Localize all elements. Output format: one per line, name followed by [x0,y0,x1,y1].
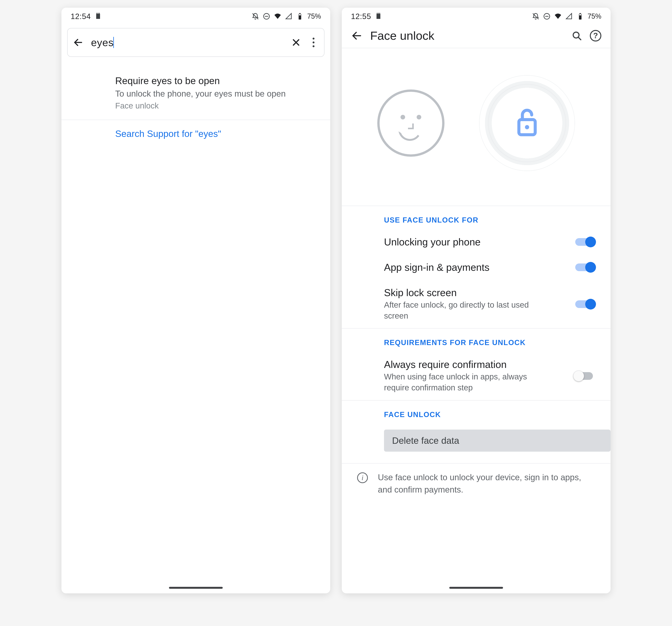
svg-rect-0 [96,14,100,19]
back-icon[interactable] [73,37,83,48]
svg-rect-21 [580,13,581,14]
delete-face-data-button[interactable]: Delete face data [384,430,610,452]
info-text: Use face unlock to unlock your device, s… [378,471,595,496]
back-icon[interactable] [351,30,362,42]
cell-signal-icon [565,13,573,20]
unlock-ring-icon [479,75,575,171]
phone-face-unlock-settings: 12:55 75% [342,8,610,593]
overflow-menu-icon[interactable] [308,37,319,48]
app-bar: Face unlock ? [342,25,610,48]
section-heading-face-unlock: FACE UNLOCK [342,401,610,424]
status-clock: 12:54 [71,12,91,21]
svg-rect-22 [579,14,581,15]
setting-description: When using face unlock in apps, always r… [384,371,542,393]
svg-rect-8 [299,13,301,14]
wifi-icon [554,13,562,20]
result-subtitle: To unlock the phone, your eyes must be o… [115,88,319,99]
dnd-off-icon [532,13,539,20]
svg-rect-2 [98,13,98,14]
svg-rect-15 [378,13,379,14]
face-unlock-hero [342,48,610,206]
toggle-unlocking-phone[interactable] [574,238,595,246]
info-footer: i Use face unlock to unlock your device,… [342,463,610,496]
toggle-skip-lock-screen[interactable] [574,300,595,308]
battery-icon [296,13,304,20]
page-title: Face unlock [370,29,564,43]
setting-skip-lock-screen[interactable]: Skip lock screen After face unlock, go d… [342,280,610,328]
svg-line-25 [578,37,581,40]
face-icon [377,90,445,157]
svg-point-27 [525,125,529,129]
phone-search-settings: 12:54 75% [62,8,330,593]
search-input[interactable]: eyes [91,37,284,48]
setting-require-confirmation[interactable]: Always require confirmation When using f… [342,352,610,400]
status-clock: 12:55 [351,12,371,21]
result-title: Require eyes to be open [115,75,319,87]
setting-label: Skip lock screen [384,287,570,298]
svg-rect-9 [299,14,301,15]
setting-app-signin[interactable]: App sign-in & payments [342,255,610,280]
svg-rect-26 [519,120,535,135]
do-not-disturb-icon [263,13,270,20]
battery-percent: 75% [587,12,601,20]
svg-rect-3 [99,13,100,14]
toggle-app-signin[interactable] [574,263,595,271]
battery-percent: 75% [307,12,321,20]
setting-unlocking-phone[interactable]: Unlocking your phone [342,229,610,255]
section-heading-use-for: USE FACE UNLOCK FOR [342,206,610,229]
help-icon[interactable]: ? [590,30,601,42]
setting-label: Always require confirmation [384,359,570,370]
result-category: Face unlock [115,101,319,111]
setting-description: After face unlock, go directly to last u… [384,299,542,321]
svg-rect-14 [377,13,378,14]
setting-label: Unlocking your phone [384,236,570,248]
search-result[interactable]: Require eyes to be open To unlock the ph… [62,68,330,120]
search-value: eyes [91,37,114,48]
search-icon[interactable] [571,30,582,41]
cell-signal-icon [285,13,293,20]
svg-rect-13 [377,14,380,19]
svg-rect-1 [97,13,97,14]
gesture-nav-handle[interactable] [449,587,503,589]
section-heading-requirements: REQUIREMENTS FOR FACE UNLOCK [342,329,610,352]
wifi-icon [274,13,282,20]
app-badge-icon [94,13,102,20]
gesture-nav-handle[interactable] [169,587,223,589]
info-icon: i [357,473,368,483]
do-not-disturb-icon [543,13,551,20]
app-badge-icon [375,13,382,20]
search-bar[interactable]: eyes [67,28,325,57]
toggle-require-confirmation[interactable] [574,372,595,380]
svg-rect-16 [379,13,380,14]
setting-label: App sign-in & payments [384,262,570,273]
status-bar: 12:55 75% [342,8,610,25]
status-bar: 12:54 75% [62,8,330,25]
text-caret [113,37,114,48]
clear-icon[interactable] [291,38,301,47]
unlocked-padlock-icon [513,107,542,139]
dnd-off-icon [251,13,259,20]
battery-icon [576,13,584,20]
search-support-link[interactable]: Search Support for "eyes" [62,120,330,147]
